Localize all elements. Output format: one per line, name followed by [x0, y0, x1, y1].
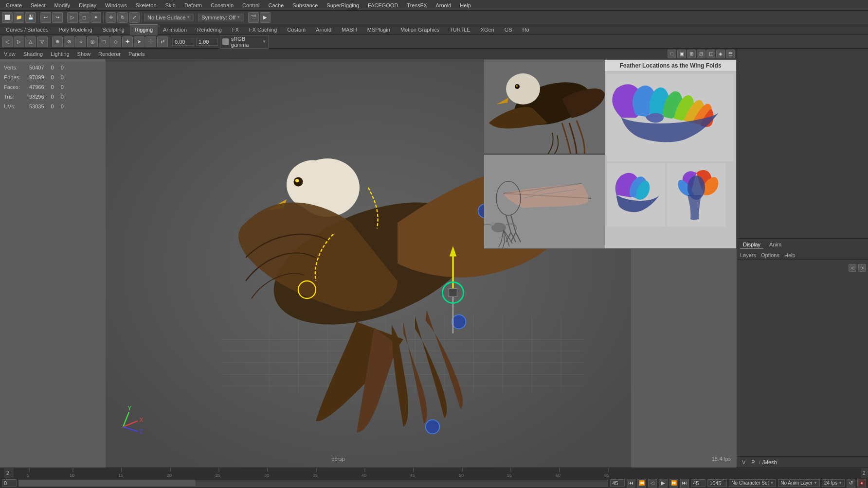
- tab-poly-modeling[interactable]: Poly Modeling: [54, 24, 97, 35]
- move-tool-btn[interactable]: ✛: [106, 12, 116, 23]
- tool-arrows[interactable]: ⇄: [157, 36, 168, 47]
- joint-tool-btn[interactable]: ⊕: [52, 36, 63, 47]
- menu-display[interactable]: Display: [75, 1, 100, 9]
- tab-animation[interactable]: Animation: [158, 24, 192, 35]
- menu-superrigging[interactable]: SuperRigging: [323, 1, 363, 9]
- render-btn[interactable]: 🎬: [248, 12, 259, 23]
- renderer-menu[interactable]: Renderer: [96, 51, 123, 57]
- step-forward-btn[interactable]: ⏩: [669, 479, 678, 488]
- gamma-selector[interactable]: sRGB gamma ▼: [220, 35, 269, 49]
- tab-ro[interactable]: Ro: [518, 24, 534, 35]
- loop-btn[interactable]: ↺: [847, 479, 855, 488]
- tab-gs[interactable]: GS: [500, 24, 517, 35]
- ik-tool-btn[interactable]: ⊗: [64, 36, 74, 47]
- go-to-end-btn[interactable]: ⏭: [680, 479, 689, 488]
- view-menu[interactable]: View: [2, 51, 18, 57]
- menu-constrain[interactable]: Constrain: [207, 1, 237, 9]
- tool-btn-3[interactable]: △: [25, 36, 36, 47]
- tab-custom[interactable]: Custom: [282, 24, 310, 35]
- menu-cache[interactable]: Cache: [265, 1, 288, 9]
- redo-btn[interactable]: ↪: [52, 12, 63, 23]
- layers-sub[interactable]: Layers: [740, 252, 756, 258]
- tool-arrow[interactable]: ➤: [134, 36, 145, 47]
- range-start-field[interactable]: [691, 479, 705, 487]
- go-to-start-btn[interactable]: ⏮: [627, 479, 635, 488]
- viewport[interactable]: Verts: 50407 0 0 Edges: 97899 0 0 Fa: [0, 59, 737, 468]
- audio-btn-1[interactable]: ◁: [849, 264, 856, 272]
- view-icon-1[interactable]: □: [668, 50, 676, 58]
- select-tool-btn[interactable]: ▷: [67, 12, 78, 23]
- vp-v-btn[interactable]: V: [740, 459, 747, 466]
- no-character-set-dropdown[interactable]: No Character Set ▼: [729, 479, 776, 487]
- rotate-tool-btn[interactable]: ↻: [117, 12, 128, 23]
- range-end-input[interactable]: 45: [610, 479, 625, 487]
- ipr-btn[interactable]: ▶: [260, 12, 271, 23]
- menu-skin[interactable]: Skin: [162, 1, 180, 9]
- tab-rendering[interactable]: Rendering: [192, 24, 227, 35]
- tab-arnold[interactable]: Arnold: [311, 24, 336, 35]
- audio-btn-2[interactable]: ▷: [858, 264, 866, 272]
- range-end-field[interactable]: [707, 479, 727, 487]
- menu-windows[interactable]: Windows: [101, 1, 131, 9]
- menu-help[interactable]: Help: [456, 1, 475, 9]
- play-back-btn[interactable]: ◁: [648, 479, 657, 488]
- undo-btn[interactable]: ↩: [40, 12, 51, 23]
- panels-menu[interactable]: Panels: [127, 51, 147, 57]
- playback-slider[interactable]: [18, 480, 608, 487]
- menu-deform[interactable]: Deform: [181, 1, 206, 9]
- step-back-btn[interactable]: ⏪: [637, 479, 646, 488]
- open-scene-btn[interactable]: 📁: [14, 12, 24, 23]
- tab-sculpting[interactable]: Sculpting: [98, 24, 129, 35]
- show-menu[interactable]: Show: [75, 51, 93, 57]
- tab-rigging[interactable]: Rigging: [130, 24, 158, 35]
- paint-sel-btn[interactable]: ✦: [90, 12, 101, 23]
- anim-tab[interactable]: Anim: [766, 241, 784, 249]
- tool-btn-1[interactable]: ◁: [2, 36, 13, 47]
- fps-dropdown[interactable]: 24 fps ▼: [822, 479, 845, 487]
- tab-fx[interactable]: FX: [227, 24, 244, 35]
- val-field-2[interactable]: 1.00: [196, 38, 218, 46]
- options-sub[interactable]: Options: [761, 252, 779, 258]
- view-icon-3[interactable]: ⊞: [687, 50, 696, 58]
- view-icon-5[interactable]: ◫: [706, 50, 715, 58]
- scale-tool-btn[interactable]: ⤢: [129, 12, 140, 23]
- menu-arnold[interactable]: Arnold: [432, 1, 455, 9]
- no-anim-layer-dropdown[interactable]: No Anim Layer ▼: [778, 479, 820, 487]
- view-icon-7[interactable]: ☰: [726, 50, 735, 58]
- current-frame-input[interactable]: 0: [2, 479, 17, 487]
- tool-circle[interactable]: ○: [75, 36, 86, 47]
- tool-btn-2[interactable]: ▷: [14, 36, 24, 47]
- menu-modify[interactable]: Modify: [51, 1, 74, 9]
- tool-diamond[interactable]: ◇: [110, 36, 121, 47]
- symmetry-btn[interactable]: Symmetry: Off ▼: [198, 14, 244, 21]
- tab-turtle[interactable]: TURTLE: [445, 24, 475, 35]
- tool-square[interactable]: □: [99, 36, 109, 47]
- timeline[interactable]: 2 5 10 15 20 25 30 35 40 45 50 55 60: [0, 468, 868, 477]
- new-scene-btn[interactable]: ⬜: [2, 12, 13, 23]
- tool-circle-2[interactable]: ◎: [87, 36, 98, 47]
- play-forward-btn[interactable]: ▶: [659, 479, 668, 488]
- auto-key-btn[interactable]: ●: [857, 479, 866, 488]
- tab-curves-surfaces[interactable]: Curves / Surfaces: [1, 24, 53, 35]
- shading-menu[interactable]: Shading: [21, 51, 45, 57]
- tab-xgen[interactable]: XGen: [476, 24, 499, 35]
- vp-p-btn[interactable]: P: [749, 459, 757, 466]
- menu-create[interactable]: Create: [2, 1, 26, 9]
- tab-mash[interactable]: MASH: [337, 24, 362, 35]
- val-field-1[interactable]: 0.00: [172, 38, 194, 46]
- menu-select[interactable]: Select: [27, 1, 50, 9]
- menu-tressfx[interactable]: TressFX: [403, 1, 431, 9]
- no-live-surface-btn[interactable]: No Live Surface ▼: [144, 14, 194, 21]
- view-icon-2[interactable]: ▣: [677, 50, 686, 58]
- tool-btn-4[interactable]: ▽: [37, 36, 48, 47]
- display-tab[interactable]: Display: [740, 241, 763, 249]
- view-icon-4[interactable]: ⊟: [697, 50, 705, 58]
- tab-fx-caching[interactable]: FX Caching: [244, 24, 282, 35]
- menu-facegood[interactable]: FACEGOOD: [364, 1, 402, 9]
- save-scene-btn[interactable]: 💾: [25, 12, 36, 23]
- tool-cross[interactable]: ✚: [122, 36, 133, 47]
- tab-msplugin[interactable]: MSPlugin: [362, 24, 395, 35]
- menu-substance[interactable]: Substance: [289, 1, 322, 9]
- menu-control[interactable]: Control: [238, 1, 263, 9]
- help-sub[interactable]: Help: [784, 252, 796, 258]
